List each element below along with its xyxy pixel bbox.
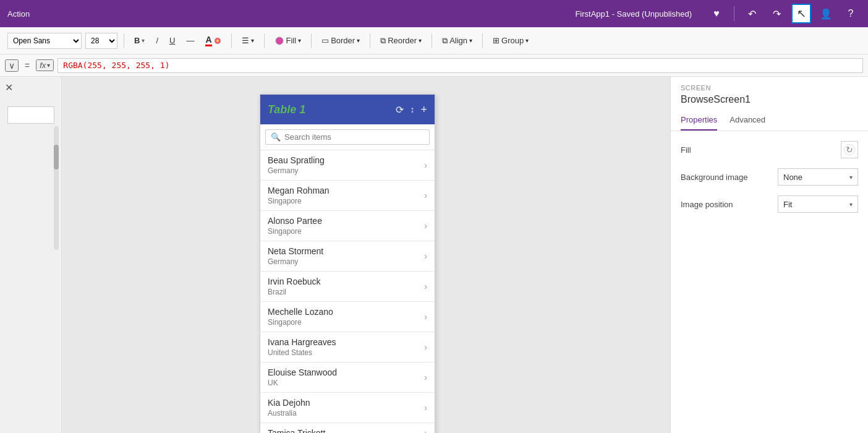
health-icon-button[interactable]: ♥ bbox=[707, 4, 726, 24]
list-item-sub: Germany bbox=[268, 257, 424, 266]
group-button[interactable]: ⊞ Group ▾ bbox=[489, 33, 532, 48]
font-color-button[interactable]: A bbox=[202, 32, 224, 49]
right-panel-screen-label: SCREEN bbox=[671, 77, 868, 94]
list-item[interactable]: Elouise Stanwood UK › bbox=[260, 362, 435, 393]
bg-image-label: Background image bbox=[681, 173, 747, 182]
close-button[interactable]: ✕ bbox=[5, 82, 13, 93]
bold-button[interactable]: B ▾ bbox=[130, 33, 148, 48]
img-position-label: Image position bbox=[681, 200, 733, 209]
list-item[interactable]: Irvin Roebuck Brazil › bbox=[260, 272, 435, 302]
user-button[interactable]: 👤 bbox=[816, 4, 836, 24]
fill-icon bbox=[274, 36, 284, 46]
list-item-name: Ivana Hargreaves bbox=[268, 337, 424, 347]
left-panel-input[interactable] bbox=[7, 106, 54, 124]
left-scrollbar-thumb bbox=[54, 145, 59, 169]
action-label: Action bbox=[7, 9, 30, 19]
align-icon: ☰ bbox=[242, 36, 249, 45]
sep3 bbox=[264, 33, 265, 48]
list-item[interactable]: Ivana Hargreaves United States › bbox=[260, 332, 435, 362]
canvas-area[interactable]: Table 1 ⟳ ↕ + 🔍 Beau Spratling Germany bbox=[62, 77, 670, 433]
list-item-arrow-icon: › bbox=[424, 281, 427, 291]
svg-point-0 bbox=[215, 38, 221, 44]
sep2 bbox=[231, 33, 232, 48]
fill-color-swatch[interactable]: ↻ bbox=[841, 141, 858, 158]
list-item-arrow-icon: › bbox=[424, 342, 427, 352]
svg-point-1 bbox=[276, 37, 283, 45]
img-position-dropdown[interactable]: Fit ▾ bbox=[778, 195, 858, 213]
bg-image-dropdown[interactable]: None ▾ bbox=[778, 168, 858, 186]
tab-advanced[interactable]: Advanced bbox=[730, 110, 765, 131]
list-item[interactable]: Megan Rohman Singapore › bbox=[260, 181, 435, 211]
font-family-select[interactable]: Open Sans bbox=[7, 33, 82, 49]
top-bar-right: FirstApp1 - Saved (Unpublished) ♥ ↶ ↷ ↖ … bbox=[575, 4, 861, 24]
formula-bar: ∨ = fx ▾ bbox=[0, 54, 868, 77]
sort-icon[interactable]: ↕ bbox=[410, 105, 414, 114]
search-icon: 🔍 bbox=[271, 132, 281, 142]
help-icon: ? bbox=[848, 8, 854, 19]
sep6 bbox=[432, 33, 432, 48]
list-item-content: Ivana Hargreaves United States bbox=[268, 337, 424, 357]
italic-button[interactable]: / bbox=[152, 33, 162, 48]
main-area: ✕ Table 1 ⟳ ↕ + 🔍 bbox=[0, 77, 868, 433]
fill-property-row: Fill ↻ bbox=[681, 141, 858, 158]
formula-input-wrapper bbox=[57, 58, 863, 73]
list-item-arrow-icon: › bbox=[424, 191, 427, 200]
list-item-name: Mechelle Lozano bbox=[268, 307, 424, 317]
border-button[interactable]: ▭ Border ▾ bbox=[318, 33, 364, 48]
list-item[interactable]: Kia Dejohn Australia › bbox=[260, 393, 435, 423]
app-title: FirstApp1 - Saved (Unpublished) bbox=[575, 9, 692, 19]
add-icon[interactable]: + bbox=[420, 103, 427, 116]
tab-properties[interactable]: Properties bbox=[681, 110, 717, 131]
list-item-content: Mechelle Lozano Singapore bbox=[268, 307, 424, 327]
underline-button[interactable]: U bbox=[166, 33, 179, 48]
left-scrollbar[interactable] bbox=[54, 126, 59, 250]
bg-image-property-row: Background image None ▾ bbox=[681, 168, 858, 186]
list-item-sub: Singapore bbox=[268, 227, 424, 236]
right-panel-tabs: Properties Advanced bbox=[671, 110, 868, 131]
align2-icon: ⧉ bbox=[442, 36, 448, 46]
group-icon: ⊞ bbox=[493, 36, 500, 45]
list-item[interactable]: Neta Storment Germany › bbox=[260, 241, 435, 272]
chevron-down-icon2: ▾ bbox=[849, 201, 853, 208]
formula-input[interactable] bbox=[57, 58, 863, 73]
sep1 bbox=[124, 33, 124, 48]
help-button[interactable]: ? bbox=[841, 4, 861, 24]
search-input[interactable] bbox=[284, 132, 424, 142]
list-item[interactable]: Alonso Partee Singapore › bbox=[260, 211, 435, 241]
font-size-select[interactable]: 28 bbox=[85, 33, 117, 49]
redo-button[interactable]: ↷ bbox=[767, 4, 786, 24]
sep7 bbox=[482, 33, 483, 48]
list-item-content: Tamica Trickett bbox=[268, 428, 424, 433]
right-panel-body: Fill ↻ Background image None ▾ Image pos… bbox=[671, 131, 868, 233]
undo-button[interactable]: ↶ bbox=[742, 4, 762, 24]
list-item-sub: Singapore bbox=[268, 197, 424, 205]
list-item-name: Irvin Roebuck bbox=[268, 277, 424, 286]
list-item-content: Alonso Partee Singapore bbox=[268, 216, 424, 236]
align-button[interactable]: ☰ ▾ bbox=[238, 33, 258, 48]
list-item-name: Neta Storment bbox=[268, 246, 424, 256]
align2-button[interactable]: ⧉ Align ▾ bbox=[438, 33, 476, 48]
list-item[interactable]: Tamica Trickett › bbox=[260, 423, 435, 433]
health-icon: ♥ bbox=[713, 8, 720, 19]
cursor-button[interactable]: ↖ bbox=[791, 4, 811, 24]
right-panel: SCREEN BrowseScreen1 Properties Advanced… bbox=[670, 77, 868, 433]
reorder-icon: ⧉ bbox=[380, 36, 386, 46]
img-position-property-row: Image position Fit ▾ bbox=[681, 195, 858, 213]
left-panel: ✕ bbox=[0, 77, 62, 433]
chevron-down-icon: ▾ bbox=[849, 174, 853, 181]
strikethrough-button[interactable]: — bbox=[182, 33, 198, 48]
refresh-icon[interactable]: ⟳ bbox=[396, 104, 404, 116]
list-item-content: Irvin Roebuck Brazil bbox=[268, 277, 424, 296]
top-bar: Action FirstApp1 - Saved (Unpublished) ♥… bbox=[0, 0, 868, 27]
list-item[interactable]: Beau Spratling Germany › bbox=[260, 150, 435, 181]
sep bbox=[734, 6, 734, 21]
fill-button[interactable]: Fill ▾ bbox=[271, 33, 305, 48]
list-item-name: Elouise Stanwood bbox=[268, 367, 424, 377]
list-item[interactable]: Mechelle Lozano Singapore › bbox=[260, 302, 435, 332]
formula-fx-button[interactable]: fx ▾ bbox=[36, 59, 54, 71]
reorder-button[interactable]: ⧉ Reorder ▾ bbox=[377, 33, 425, 48]
list-item-name: Alonso Partee bbox=[268, 216, 424, 226]
formula-expand-button[interactable]: ∨ bbox=[5, 59, 19, 72]
list-item-arrow-icon: › bbox=[424, 251, 427, 261]
list-item-sub: Brazil bbox=[268, 288, 424, 296]
